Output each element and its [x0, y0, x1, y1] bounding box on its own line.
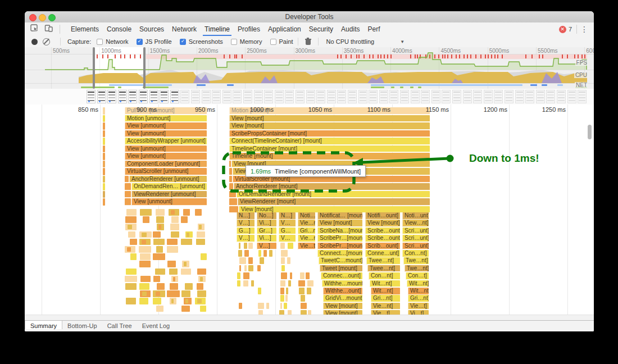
- flame-bar-mount-small[interactable]: Connec…ount]: [321, 272, 362, 280]
- screenshot-thumbnail[interactable]: [264, 90, 273, 103]
- flame-fragment[interactable]: [258, 288, 261, 294]
- flame-fragment[interactable]: [281, 257, 285, 264]
- flame-bar-mount-small[interactable]: View [mount]: [323, 310, 362, 315]
- flame-bar-mount-small[interactable]: G…: [279, 228, 296, 235]
- flame-bar-unmount[interactable]: View [unmount]: [125, 130, 207, 138]
- flame-bar-mount-small[interactable]: Scri…unt]: [402, 228, 429, 235]
- flame-bar-mount-small[interactable]: Gri…nt]: [371, 295, 400, 302]
- flame-bar-mount-small[interactable]: G…]: [237, 228, 255, 235]
- flame-fragment[interactable]: [258, 310, 263, 315]
- flame-bar-mount-small[interactable]: Vie…nt]: [298, 220, 315, 227]
- flame-fragment[interactable]: [156, 216, 164, 223]
- flame-chart[interactable]: 850 ms900 ms950 ms1000 ms1050 ms1100 ms1…: [25, 104, 594, 315]
- screenshot-thumbnail[interactable]: [275, 90, 284, 103]
- capture-option-paint[interactable]: Paint: [270, 38, 293, 45]
- screenshot-thumbnail[interactable]: [463, 90, 472, 103]
- screenshot-filmstrip[interactable]: [25, 89, 594, 105]
- flame-bar-mount[interactable]: View [mount]: [229, 115, 430, 122]
- flame-bar-mount[interactable]: AnchorRenderer [mount]: [234, 183, 430, 190]
- screenshot-thumbnail[interactable]: [525, 90, 534, 103]
- error-badge[interactable]: ✕ 7: [559, 26, 572, 33]
- flame-fragment[interactable]: [153, 231, 161, 238]
- flame-bar-mount-small[interactable]: View [mount]: [317, 220, 362, 227]
- flame-bar-mount-small[interactable]: N…]: [237, 212, 255, 220]
- flame-bar-mount[interactable]: Timeline [mount]: [229, 153, 430, 160]
- flame-bar-mount-small[interactable]: Scri…unt]: [402, 243, 429, 250]
- flame-fragment[interactable]: [301, 295, 306, 302]
- screenshot-thumbnail[interactable]: [233, 90, 242, 103]
- inspect-element-icon[interactable]: [30, 24, 39, 34]
- flame-fragment[interactable]: [238, 250, 242, 257]
- flame-bar-mount-small[interactable]: Scrib…ount]: [365, 243, 400, 250]
- flame-bar-mount-small[interactable]: Scribe…ount]: [365, 228, 400, 235]
- flame-fragment[interactable]: [183, 209, 190, 216]
- screenshot-thumbnail[interactable]: [389, 90, 398, 103]
- flame-fragment[interactable]: [239, 265, 242, 272]
- flame-bar-unmount[interactable]: VirtualScroller [unmount]: [125, 168, 207, 175]
- flame-bar-mount-small[interactable]: Withhe…ount]: [323, 288, 362, 295]
- flame-bar-mount-small[interactable]: Scri…unt]: [402, 235, 429, 242]
- flame-fragment[interactable]: [301, 310, 307, 315]
- flame-fragment[interactable]: [153, 298, 161, 304]
- flame-fragment[interactable]: [237, 280, 240, 287]
- flame-fragment[interactable]: [128, 225, 132, 229]
- flame-bar-mount-small[interactable]: V…: [279, 235, 296, 242]
- flame-bar-mount-small[interactable]: Vi…]: [257, 235, 276, 242]
- screenshot-thumbnail[interactable]: [337, 90, 346, 103]
- screenshot-thumbnail[interactable]: [212, 90, 221, 103]
- flame-fragment[interactable]: [185, 299, 189, 303]
- flame-fragment[interactable]: [196, 239, 205, 245]
- flame-fragment[interactable]: [248, 265, 253, 272]
- flame-fragment[interactable]: [167, 239, 178, 245]
- flame-fragment[interactable]: [125, 276, 137, 283]
- flame-fragment[interactable]: [126, 298, 136, 304]
- tab-profiles[interactable]: Profiles: [234, 23, 264, 36]
- flame-bar-mount-small[interactable]: V…: [279, 220, 296, 227]
- checkbox-unchecked[interactable]: [97, 39, 103, 45]
- flame-bar-mount-small[interactable]: Noti…unt]: [402, 212, 429, 220]
- screenshot-thumbnail[interactable]: [160, 90, 169, 103]
- flame-fragment[interactable]: [287, 257, 290, 264]
- flame-fragment[interactable]: [125, 283, 137, 290]
- flame-fragment[interactable]: [183, 217, 185, 222]
- tab-sources[interactable]: Sources: [135, 23, 168, 36]
- flame-fragment[interactable]: [184, 262, 187, 266]
- flame-fragment[interactable]: [251, 280, 254, 287]
- flame-bar-mount-small[interactable]: V…]: [237, 220, 255, 227]
- flame-fragment[interactable]: [157, 270, 161, 274]
- screenshot-thumbnail[interactable]: [222, 90, 231, 103]
- tab-network[interactable]: Network: [168, 23, 201, 36]
- flame-bar-unmount[interactable]: View [unmount]: [125, 153, 207, 160]
- flame-bar-mount[interactable]: TimelineContainer [mount]: [229, 145, 430, 153]
- flame-fragment[interactable]: [126, 269, 137, 275]
- flame-fragment[interactable]: [244, 250, 249, 257]
- flame-fragment[interactable]: [167, 261, 175, 267]
- flame-fragment[interactable]: [171, 210, 175, 215]
- flame-fragment[interactable]: [154, 277, 157, 281]
- screenshot-thumbnail[interactable]: [139, 90, 148, 103]
- flame-bar-mount-small[interactable]: Twee…nt]: [366, 257, 400, 265]
- flame-fragment[interactable]: [280, 288, 284, 294]
- flame-bar-mount-small[interactable]: Twe…nt]: [405, 265, 429, 272]
- screenshot-thumbnail[interactable]: [118, 90, 127, 103]
- flame-fragment[interactable]: [197, 299, 202, 303]
- flame-fragment[interactable]: [248, 257, 253, 264]
- screenshot-thumbnail[interactable]: [107, 90, 116, 103]
- screenshot-thumbnail[interactable]: [97, 90, 106, 103]
- flame-fragment[interactable]: [171, 299, 174, 303]
- flame-fragment[interactable]: [284, 303, 287, 310]
- flame-bar-mount-small[interactable]: Con…t]: [406, 272, 429, 280]
- flame-fragment[interactable]: [170, 224, 180, 230]
- flame-bar-unmount[interactable]: ComponentLoader [unmount]: [125, 161, 207, 168]
- flame-bar-mount[interactable]: OnDemandRenderer [mount]: [237, 191, 430, 198]
- flame-fragment[interactable]: [239, 303, 242, 310]
- flame-bar-mount-small[interactable]: Notifi…ount]: [365, 212, 400, 220]
- flame-fragment[interactable]: [125, 216, 137, 223]
- flame-fragment[interactable]: [306, 272, 310, 279]
- tab-security[interactable]: Security: [305, 23, 337, 36]
- flame-fragment[interactable]: [286, 288, 288, 294]
- screenshot-thumbnail[interactable]: [191, 90, 200, 103]
- flame-fragment[interactable]: [288, 310, 292, 315]
- flame-fragment[interactable]: [307, 288, 311, 294]
- flame-bar-mount-small[interactable]: Connect…[mount]: [317, 250, 362, 257]
